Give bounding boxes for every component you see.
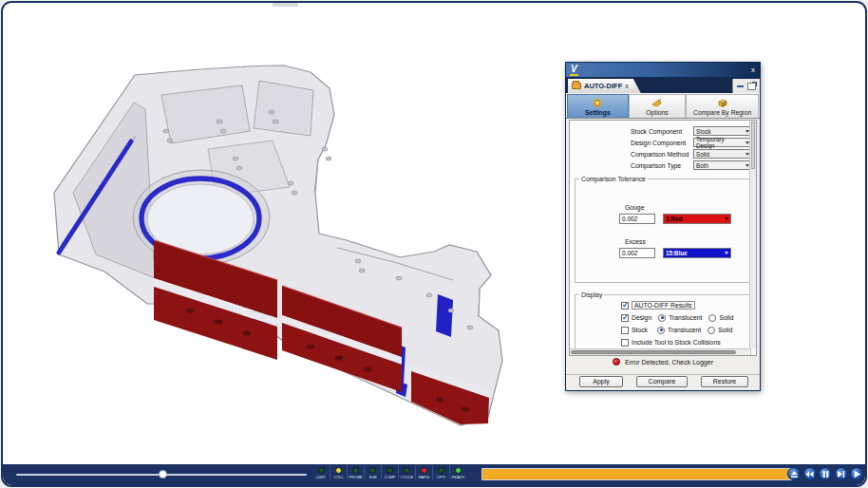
light-sub: SUB (364, 465, 381, 479)
comparison-method-select[interactable]: Solid (693, 149, 752, 159)
rewind-button[interactable] (803, 467, 817, 480)
comparison-type-select[interactable]: Both (693, 160, 752, 170)
light-ready: READY (449, 465, 466, 479)
design-translucent-radio[interactable] (658, 314, 666, 322)
dialog-titlebar[interactable]: V x (566, 63, 760, 77)
pause-icon (821, 470, 830, 479)
gouge-label: Gouge (625, 204, 644, 211)
light-coll: COLL (330, 465, 347, 479)
settings-panel: Stock Component Stock Design Component T… (569, 120, 757, 356)
tab-auto-diff[interactable]: AUTO-DIFF x (568, 79, 641, 93)
tool-collisions-checkbox[interactable] (621, 339, 629, 347)
dialog-buttons: Apply Compare Restore (566, 374, 760, 387)
gear-icon (592, 98, 603, 108)
coll-lamp-icon (335, 467, 342, 474)
collisions-row: Include Tool to Stock Collisions (576, 336, 750, 348)
design-solid-radio[interactable] (708, 314, 716, 322)
excess-label: Excess (625, 238, 646, 245)
stock-solid-radio[interactable] (708, 327, 715, 334)
status-lights: LIMIT COLL PROBE SUB COMP CYCLE RAPID OP… (312, 465, 466, 479)
rapid-lamp-icon (421, 467, 427, 474)
simulation-speed-slider[interactable] (16, 474, 307, 476)
tab-close-icon[interactable]: x (625, 83, 629, 89)
status-row: Error Detected, Check Logger (566, 355, 760, 368)
comparison-method-row: Comparison Method Solid (570, 148, 756, 160)
slider-thumb[interactable] (159, 470, 167, 479)
cycle-lamp-icon (404, 467, 410, 474)
light-limit: LIMIT (312, 465, 330, 479)
display-group: Display AUTO-DIFF Results Design Translu… (575, 294, 751, 356)
comparison-tolerance-group: Comparison Tolerance Gouge 0.002 1:Red E… (575, 178, 751, 283)
stock-checkbox[interactable] (621, 327, 629, 334)
tab-strip-controls (732, 79, 760, 93)
ready-lamp-icon (455, 467, 462, 474)
folder-icon (572, 83, 581, 89)
design-component-select[interactable]: Temporary Design (693, 138, 752, 147)
gouge-color-select[interactable]: 1:Red (663, 214, 731, 224)
light-probe: PROBE (347, 465, 364, 479)
gouge-tolerance-input[interactable]: 0.002 (619, 214, 655, 224)
apply-button[interactable]: Apply (579, 376, 623, 387)
component-form: Stock Component Stock Design Component T… (570, 125, 756, 171)
light-opti: OPTI (432, 465, 449, 479)
opti-lamp-icon (438, 467, 444, 474)
probe-lamp-icon (352, 467, 359, 474)
light-cycle: CYCLE (398, 465, 415, 479)
vertical-scrollbar-thumb[interactable] (751, 122, 755, 169)
design-component-row: Design Component Temporary Design (570, 137, 756, 148)
comp-lamp-icon (387, 467, 393, 474)
step-forward-button[interactable] (835, 467, 848, 480)
playback-status-bar: LIMIT COLL PROBE SUB COMP CYCLE RAPID OP… (3, 464, 865, 485)
error-led-icon (613, 358, 620, 366)
stock-translucent-radio[interactable] (657, 327, 665, 334)
compare-button[interactable]: Compare (636, 376, 688, 387)
eject-icon (790, 470, 799, 479)
light-comp: COMP (381, 465, 398, 479)
pause-button[interactable] (819, 467, 832, 480)
auto-diff-results-checkbox[interactable] (621, 302, 629, 310)
document-tab-strip: AUTO-DIFF x (566, 77, 760, 93)
close-icon[interactable]: x (751, 66, 755, 74)
horizontal-scrollbar-thumb[interactable] (571, 350, 736, 354)
vericut-logo-icon: V (570, 65, 578, 76)
step-forward-icon (837, 470, 845, 479)
light-rapid: RAPID (415, 465, 432, 479)
limit-lamp-icon (318, 467, 325, 474)
app-window: V x AUTO-DIFF x (1, 1, 867, 487)
model-body (54, 66, 502, 425)
status-message: Error Detected, Check Logger (625, 359, 713, 366)
playback-controls (787, 467, 863, 480)
excess-tolerance-input[interactable]: 0.002 (619, 248, 655, 258)
play-icon (853, 470, 861, 479)
stock-component-select[interactable]: Stock (693, 126, 752, 136)
eject-button[interactable] (787, 467, 801, 480)
cube-icon (716, 98, 728, 108)
minimize-icon[interactable] (737, 85, 744, 87)
window-top-notch (273, 3, 298, 7)
tab-options[interactable]: Options (629, 94, 687, 118)
tab-settings[interactable]: Settings (567, 94, 629, 118)
detach-window-icon[interactable] (747, 83, 756, 90)
restore-button[interactable]: Restore (701, 376, 748, 387)
design-checkbox[interactable] (621, 314, 629, 322)
settings-tab-bar: Settings Options Compare By Region (566, 93, 760, 119)
tab-compare-by-region[interactable]: Compare By Region (686, 94, 759, 118)
sub-lamp-icon (369, 467, 376, 474)
horizontal-scrollbar[interactable] (570, 348, 749, 355)
design-display-row: Design Translucent Solid (576, 311, 750, 324)
stock-display-row: Stock Translucent Solid (576, 324, 750, 336)
auto-diff-dialog: V x AUTO-DIFF x (565, 62, 761, 391)
rewind-icon (805, 470, 814, 479)
vertical-scrollbar[interactable] (749, 121, 756, 348)
auto-diff-results-row: AUTO-DIFF Results (576, 299, 750, 311)
nc-program-progress-bar (481, 468, 793, 480)
comparison-type-row: Comparison Type Both (570, 160, 756, 171)
excess-color-select[interactable]: 15:Blue (663, 248, 731, 258)
pointer-hand-icon (651, 98, 663, 108)
play-button[interactable] (850, 467, 863, 480)
